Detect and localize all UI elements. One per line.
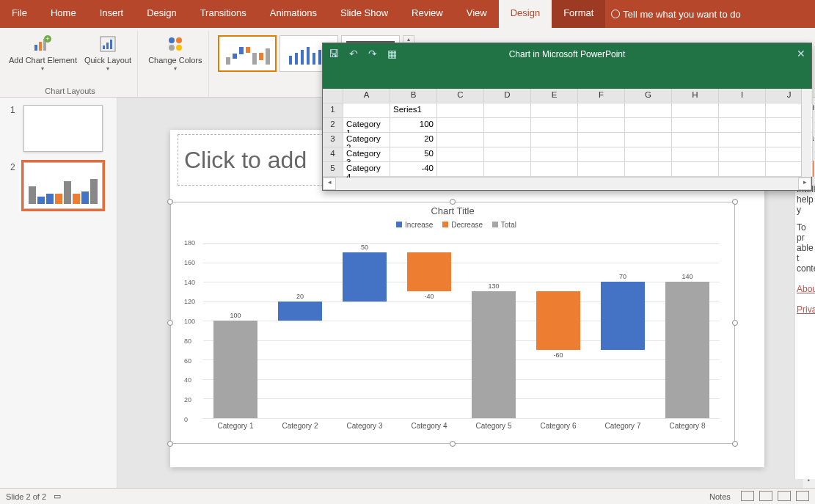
- resize-handle[interactable]: [167, 199, 173, 205]
- cell[interactable]: [437, 103, 484, 118]
- cell[interactable]: [578, 133, 625, 147]
- chart-data-titlebar[interactable]: 🖫 ↶ ↷ ▦ Chart in Microsoft PowerPoint ✕: [323, 43, 811, 89]
- cell[interactable]: 100: [390, 118, 437, 133]
- cell[interactable]: [531, 103, 578, 118]
- cell[interactable]: [578, 162, 625, 177]
- redo-icon[interactable]: ↷: [368, 48, 377, 59]
- row-header[interactable]: 2: [323, 118, 343, 133]
- column-header[interactable]: C: [437, 89, 484, 103]
- cell[interactable]: [437, 133, 484, 147]
- cell[interactable]: [531, 147, 578, 162]
- cell[interactable]: [625, 133, 672, 147]
- spreadsheet-grid[interactable]: ABCDEFGHIJ1Series12Category 11003Categor…: [323, 89, 811, 177]
- slide-thumbnail-1[interactable]: [23, 105, 103, 152]
- column-header[interactable]: G: [625, 89, 672, 103]
- chart-style-1[interactable]: [218, 35, 277, 72]
- column-header[interactable]: A: [343, 89, 390, 103]
- tab-format[interactable]: Format: [552, 0, 605, 28]
- row-header[interactable]: 1: [323, 103, 343, 118]
- chart-bar[interactable]: 70: [601, 282, 645, 350]
- chart-legend[interactable]: Increase Decrease Total: [171, 221, 734, 229]
- cell[interactable]: Category 3: [343, 147, 390, 162]
- cell[interactable]: [484, 103, 531, 118]
- tab-file[interactable]: File: [0, 0, 39, 28]
- chart-data-window[interactable]: 🖫 ↶ ↷ ▦ Chart in Microsoft PowerPoint ✕ …: [322, 43, 812, 191]
- resize-handle[interactable]: [732, 441, 738, 447]
- cell[interactable]: [531, 133, 578, 147]
- chart-bar[interactable]: 100: [213, 321, 257, 418]
- cell[interactable]: [672, 118, 719, 133]
- cell[interactable]: [343, 103, 390, 118]
- tell-me[interactable]: Tell me what you want to do: [605, 0, 746, 28]
- spellcheck-icon[interactable]: ▭: [54, 492, 61, 501]
- resize-handle[interactable]: [167, 320, 173, 326]
- column-header[interactable]: B: [390, 89, 437, 103]
- cell[interactable]: [437, 147, 484, 162]
- close-icon[interactable]: ✕: [797, 48, 805, 59]
- tab-design1[interactable]: Design: [135, 0, 188, 28]
- column-header[interactable]: E: [531, 89, 578, 103]
- resize-handle[interactable]: [167, 441, 173, 447]
- add-chart-element-button[interactable]: + Add Chart Element ▾: [7, 32, 78, 75]
- cell[interactable]: [484, 133, 531, 147]
- cell[interactable]: [672, 133, 719, 147]
- cell[interactable]: [719, 147, 766, 162]
- cell[interactable]: [672, 103, 719, 118]
- cell[interactable]: [672, 147, 719, 162]
- resize-handle[interactable]: [732, 199, 738, 205]
- normal-view-icon[interactable]: [741, 491, 754, 501]
- slide-thumbnail-2[interactable]: [23, 162, 103, 209]
- resize-handle[interactable]: [450, 441, 456, 447]
- sorter-view-icon[interactable]: [759, 491, 772, 501]
- save-icon[interactable]: 🖫: [329, 48, 339, 59]
- tab-slideshow[interactable]: Slide Show: [329, 0, 400, 28]
- resize-handle[interactable]: [732, 320, 738, 326]
- change-colors-button[interactable]: Change Colors ▾: [147, 32, 203, 75]
- excel-scroll-horizontal[interactable]: ◂ ▸: [323, 177, 811, 190]
- edit-data-icon[interactable]: ▦: [387, 48, 397, 59]
- tab-home[interactable]: Home: [39, 0, 88, 28]
- excel-scroll-vertical[interactable]: [801, 89, 811, 177]
- select-all-cell[interactable]: [323, 89, 343, 103]
- slideshow-view-icon[interactable]: [796, 491, 809, 501]
- tab-insert[interactable]: Insert: [88, 0, 136, 28]
- cell[interactable]: [437, 118, 484, 133]
- cell[interactable]: Category 1: [343, 118, 390, 133]
- chart-bar[interactable]: -40: [407, 252, 451, 291]
- cell[interactable]: [672, 162, 719, 177]
- cell[interactable]: [625, 118, 672, 133]
- plot-area[interactable]: 1002050-40130-6070140: [203, 243, 720, 418]
- cell[interactable]: Category 2: [343, 133, 390, 147]
- chart-bar[interactable]: 50: [343, 252, 387, 301]
- chart-bar[interactable]: 130: [472, 291, 516, 418]
- cell[interactable]: -40: [390, 162, 437, 177]
- quick-layout-button[interactable]: Quick Layout ▾: [83, 32, 133, 75]
- cell[interactable]: [719, 162, 766, 177]
- cell[interactable]: [625, 162, 672, 177]
- tab-design-chart[interactable]: Design: [499, 0, 552, 28]
- cell[interactable]: [484, 118, 531, 133]
- tab-transitions[interactable]: Transitions: [189, 0, 258, 28]
- cell[interactable]: Category 4: [343, 162, 390, 177]
- tab-view[interactable]: View: [455, 0, 499, 28]
- row-header[interactable]: 3: [323, 133, 343, 147]
- row-header[interactable]: 5: [323, 162, 343, 177]
- cell[interactable]: [578, 103, 625, 118]
- cell[interactable]: [531, 118, 578, 133]
- column-header[interactable]: I: [719, 89, 766, 103]
- privacy-link[interactable]: Priva: [797, 304, 814, 315]
- cell[interactable]: [437, 162, 484, 177]
- chart-bar[interactable]: 20: [278, 302, 322, 321]
- tab-review[interactable]: Review: [400, 0, 455, 28]
- cell[interactable]: [719, 133, 766, 147]
- cell[interactable]: [719, 103, 766, 118]
- notes-button[interactable]: Notes: [709, 492, 731, 501]
- row-header[interactable]: 4: [323, 147, 343, 162]
- cell[interactable]: [578, 118, 625, 133]
- cell[interactable]: Series1: [390, 103, 437, 118]
- chart-bar[interactable]: -60: [536, 291, 580, 350]
- column-header[interactable]: H: [672, 89, 719, 103]
- column-header[interactable]: D: [484, 89, 531, 103]
- scroll-left-icon[interactable]: ◂: [323, 178, 336, 190]
- cell[interactable]: [625, 147, 672, 162]
